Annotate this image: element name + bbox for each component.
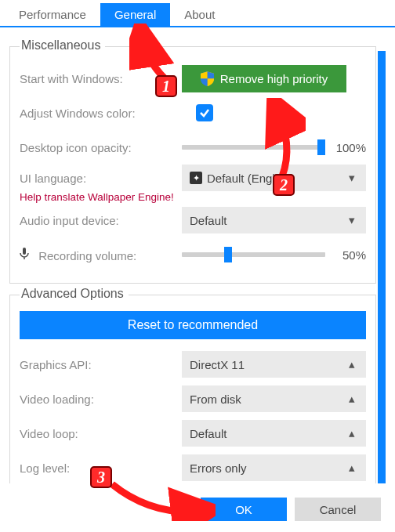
tabs-bar: Performance General About (0, 0, 395, 27)
group-miscellaneous: Miscellaneous Start with Windows: Remove… (9, 46, 376, 284)
label-video-loop: Video loop: (20, 427, 182, 440)
video-loading-select[interactable]: From disk ▴ (182, 385, 366, 412)
tab-general[interactable]: General (100, 3, 170, 26)
caret-up-icon: ▴ (346, 461, 358, 475)
label-recording-volume: Recording volume: (20, 248, 182, 262)
recording-volume-text: Recording volume: (38, 249, 136, 262)
group-title-advanced: Advanced Options (20, 287, 129, 301)
label-adjust-color: Adjust Windows color: (20, 107, 182, 120)
opacity-slider-thumb[interactable] (317, 139, 325, 155)
translate-link[interactable]: Help translate Wallpaper Engine! (20, 191, 366, 203)
caret-down-icon: ▾ (346, 213, 358, 227)
group-title-misc: Miscellaneous (20, 38, 105, 52)
opacity-value: 100% (332, 141, 366, 154)
log-level-value: Errors only (190, 461, 247, 475)
audio-device-select[interactable]: Default ▾ (182, 207, 366, 233)
dialog-footer: OK Cancel (201, 498, 381, 521)
label-ui-language: UI language: (20, 172, 182, 185)
video-loop-value: Default (190, 427, 227, 440)
remove-priority-label: Remove high priority (220, 72, 328, 85)
shield-icon (201, 71, 214, 86)
label-audio-device: Audio input device: (20, 214, 182, 227)
group-advanced: Advanced Options Reset to recommended Gr… (9, 295, 376, 483)
label-video-loading: Video loading: (20, 393, 182, 406)
annotation-arrow-2 (259, 98, 306, 184)
graphics-api-select[interactable]: DirectX 11 ▴ (182, 351, 366, 378)
tab-about[interactable]: About (170, 3, 229, 26)
video-loading-value: From disk (190, 393, 241, 406)
label-desktop-opacity: Desktop icon opacity: (20, 141, 182, 154)
annotation-number-1: 1 (155, 75, 177, 97)
content-area: Miscellaneous Start with Windows: Remove… (0, 27, 395, 483)
remove-high-priority-button[interactable]: Remove high priority (182, 65, 346, 92)
volume-slider-thumb[interactable] (224, 247, 232, 262)
caret-up-icon: ▴ (346, 392, 358, 406)
svg-rect-0 (23, 248, 26, 255)
reset-button[interactable]: Reset to recommended (20, 311, 366, 339)
cancel-button[interactable]: Cancel (295, 498, 381, 521)
mic-icon (20, 248, 29, 262)
caret-down-icon: ▾ (346, 171, 358, 185)
label-graphics-api: Graphics API: (20, 358, 182, 371)
scrollbar[interactable] (378, 51, 386, 483)
globe-icon: ✦ (190, 172, 202, 184)
volume-value: 50% (332, 248, 366, 262)
check-icon (199, 107, 210, 118)
log-level-select[interactable]: Errors only ▴ (182, 454, 366, 481)
adjust-color-checkbox[interactable] (196, 104, 213, 121)
graphics-api-value: DirectX 11 (190, 358, 245, 371)
volume-slider[interactable] (182, 252, 325, 257)
caret-up-icon: ▴ (346, 357, 358, 371)
annotation-arrow-3 (106, 478, 216, 521)
tab-performance[interactable]: Performance (5, 3, 100, 26)
caret-up-icon: ▴ (346, 426, 358, 440)
audio-device-value: Default (190, 214, 227, 227)
annotation-number-2: 2 (273, 174, 295, 196)
video-loop-select[interactable]: Default ▴ (182, 420, 366, 447)
annotation-number-3: 3 (90, 466, 112, 488)
